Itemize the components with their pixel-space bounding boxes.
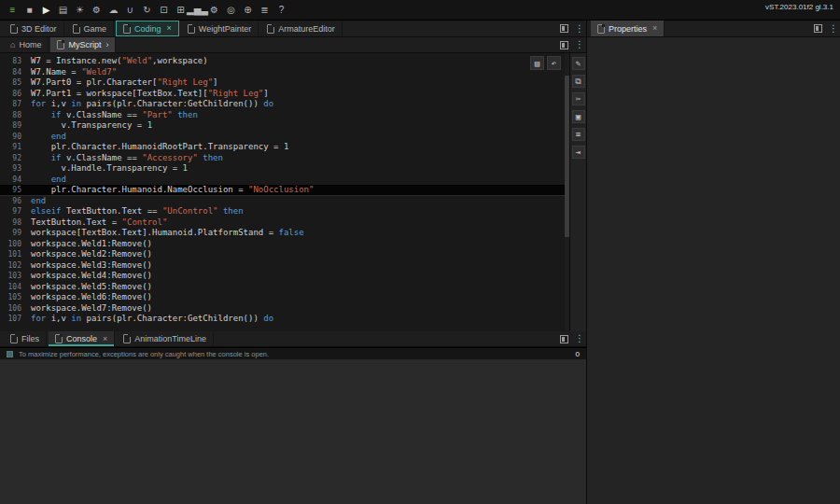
tab-files[interactable]: Files <box>4 331 47 346</box>
properties-tab-row: Properties× <box>587 21 840 37</box>
open-panel-icon[interactable] <box>560 24 568 33</box>
format-icon[interactable]: ≡ <box>572 128 585 141</box>
code-line[interactable]: 104workspace.Weld5:Remove() <box>0 282 569 293</box>
code-line[interactable]: 106workspace.Weld7:Remove() <box>0 303 569 315</box>
tab-label: Coding <box>134 24 161 34</box>
paste-icon[interactable]: ▣ <box>572 110 585 123</box>
cloud-icon[interactable]: ☁ <box>105 2 121 18</box>
code-line[interactable]: 89 v.Transparency = 1 <box>0 120 569 132</box>
chevron-right-icon: › <box>105 40 108 49</box>
tab-label: MyScript <box>68 40 101 49</box>
stop-icon[interactable]: ■ <box>21 2 37 18</box>
cut-icon[interactable]: ✂ <box>572 92 585 105</box>
code-text: elseif TextButton.Text == "UnControl" th… <box>28 206 244 217</box>
code-line[interactable]: 87for i,v in pairs(plr.Character:GetChil… <box>0 99 569 110</box>
line-number: 96 <box>0 196 28 207</box>
code-text: W7.Name = "Weld7" <box>28 67 117 78</box>
line-number: 94 <box>0 175 28 186</box>
editor-quick-actions: ▤↶ <box>530 56 561 70</box>
settings-icon[interactable]: ⚙ <box>206 2 222 18</box>
code-line[interactable]: 107for i,v in pairs(plr.Character:GetChi… <box>0 314 569 325</box>
code-editor[interactable]: 83W7 = Instance.new("Weld",workspace)84W… <box>0 53 586 331</box>
open-panel-icon[interactable] <box>560 41 568 49</box>
rotate-icon[interactable]: ↻ <box>139 2 155 18</box>
document-tab-row: 3D EditorGameCoding×WeightPainterArmatur… <box>0 21 586 37</box>
open-panel-icon[interactable] <box>814 24 822 33</box>
code-text: v.Handle.Transparency = 1 <box>28 163 188 175</box>
code-line[interactable]: 88 if v.ClassName == "Part" then <box>0 110 569 121</box>
bottom-tabs: FilesConsole×AnimationTimeLine <box>4 331 214 346</box>
save-icon[interactable]: ▤ <box>55 2 71 18</box>
tab-weightpainter[interactable]: WeightPainter <box>181 21 259 36</box>
code-line[interactable]: 85W7.Part0 = plr.Character["Right Leg"] <box>0 77 569 89</box>
code-text: end <box>28 175 66 186</box>
line-number: 88 <box>0 110 28 121</box>
code-text: end <box>28 196 46 207</box>
tab-armatureeditor[interactable]: ArmatureEditor <box>260 21 343 36</box>
more-options-icon[interactable] <box>575 24 581 34</box>
tab-console[interactable]: Console× <box>49 331 115 346</box>
code-line[interactable]: 83W7 = Instance.new("Weld",workspace) <box>0 56 569 67</box>
close-icon[interactable]: × <box>652 24 657 33</box>
undo-icon[interactable]: ↶ <box>547 56 561 70</box>
tab-myscript[interactable]: MyScript› <box>50 37 116 52</box>
indent-icon[interactable]: ⇥ <box>572 146 585 159</box>
menu-icon[interactable]: ≡ <box>5 2 21 18</box>
line-number: 87 <box>0 99 28 110</box>
code-line[interactable]: 105workspace.Weld6:Remove() <box>0 292 569 303</box>
line-number: 103 <box>0 271 28 282</box>
stats-icon[interactable]: ▂▅▃ <box>189 2 205 18</box>
code-area[interactable]: 83W7 = Instance.new("Weld",workspace)84W… <box>0 53 569 331</box>
tab-home[interactable]: ⌂Home <box>4 37 49 52</box>
target-icon[interactable]: ◎ <box>223 2 239 18</box>
line-number: 85 <box>0 77 28 89</box>
code-line[interactable]: 93 v.Handle.Transparency = 1 <box>0 163 569 175</box>
code-line[interactable]: 101workspace.Weld2:Remove() <box>0 249 569 260</box>
more-options-icon[interactable] <box>575 40 581 49</box>
close-icon[interactable]: × <box>167 24 172 33</box>
gear-icon[interactable]: ⚙ <box>89 2 105 18</box>
code-text: if v.ClassName == "Accessory" then <box>28 153 223 164</box>
code-line[interactable]: 98TextButton.Text = "Control" <box>0 217 569 229</box>
pencil-icon[interactable]: ✎ <box>572 57 585 70</box>
document-icon <box>10 334 18 343</box>
globe-icon[interactable]: ⊕ <box>240 2 256 18</box>
save-icon[interactable]: ▤ <box>530 56 544 70</box>
tab-label: Home <box>19 40 41 49</box>
tab-coding[interactable]: Coding× <box>116 21 179 36</box>
code-line[interactable]: 97elseif TextButton.Text == "UnControl" … <box>0 206 569 217</box>
code-line[interactable]: 90 end <box>0 132 569 143</box>
properties-tab-row-actions <box>814 21 840 36</box>
code-line[interactable]: 103workspace.Weld4:Remove() <box>0 271 569 282</box>
open-panel-icon[interactable] <box>560 335 568 343</box>
close-icon[interactable]: × <box>103 335 107 343</box>
workspace-area: 3D EditorGameCoding×WeightPainterArmatur… <box>0 21 586 504</box>
tab-3d-editor[interactable]: 3D Editor <box>4 21 64 36</box>
code-line[interactable]: 91 plr.Character.HumanoidRootPart.Transp… <box>0 142 569 153</box>
layers-icon[interactable]: ≣ <box>257 2 273 18</box>
tab-properties[interactable]: Properties× <box>591 21 665 36</box>
play-icon[interactable]: ▶ <box>38 2 54 18</box>
help-icon[interactable]: ? <box>273 2 289 18</box>
code-line[interactable]: 94 end <box>0 175 569 186</box>
code-line[interactable]: 102workspace.Weld3:Remove() <box>0 260 569 272</box>
code-line[interactable]: 99workspace[TextBox.Text].Humanoid.Platf… <box>0 228 569 239</box>
more-options-icon[interactable] <box>829 24 834 34</box>
code-line[interactable]: 86W7.Part1 = workspace[TextBox.Text]["Ri… <box>0 89 569 100</box>
code-line[interactable]: 95 plr.Character.Humanoid.NameOcclusion … <box>0 185 569 196</box>
code-text: W7.Part0 = plr.Character["Right Leg"] <box>28 77 218 89</box>
tab-game[interactable]: Game <box>66 21 115 36</box>
magnet-icon[interactable]: ∪ <box>122 2 138 18</box>
script-tab-row-actions <box>560 37 586 52</box>
code-line[interactable]: 96end <box>0 196 569 207</box>
copy-icon[interactable]: ⧉ <box>572 75 585 88</box>
code-text: workspace.Weld4:Remove() <box>28 271 152 282</box>
more-options-icon[interactable] <box>575 334 581 343</box>
tab-animationtimeline[interactable]: AnimationTimeLine <box>117 331 214 346</box>
sun-icon[interactable]: ☀ <box>72 2 88 18</box>
code-line[interactable]: 100workspace.Weld1:Remove() <box>0 239 569 250</box>
scale-icon[interactable]: ⊡ <box>156 2 172 18</box>
bottom-tab-row-actions <box>560 331 586 346</box>
code-line[interactable]: 92 if v.ClassName == "Accessory" then <box>0 153 569 164</box>
code-line[interactable]: 84W7.Name = "Weld7" <box>0 67 569 78</box>
